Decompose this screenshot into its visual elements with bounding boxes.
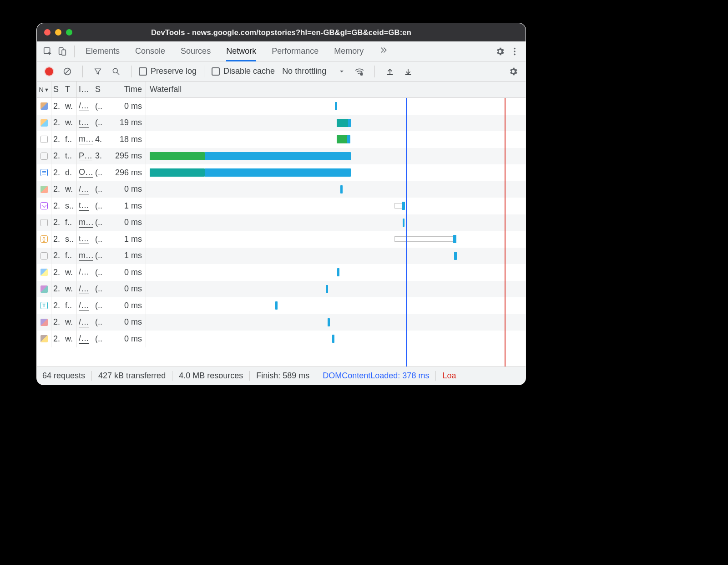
cell [37,148,51,165]
network-settings-icon[interactable] [506,64,521,79]
checkbox-label: Preserve log [151,66,197,76]
table-row[interactable]: 2.f..m…4.18 ms [37,131,526,148]
network-request-grid[interactable]: 2.w./…(..0 ms2.w.t…(..19 ms2.f..m…4.18 m… [37,98,526,366]
table-row[interactable]: 2.t..P…3.295 ms [37,148,526,165]
svg-rect-2 [62,50,66,55]
cell: (.. [93,181,104,198]
cell: 0 ms [104,297,146,314]
maximize-window-button[interactable] [66,29,72,36]
col-name[interactable]: N▼ [37,81,51,97]
cell: /… [77,264,93,281]
file-type-icon [40,202,48,209]
search-icon[interactable] [108,64,124,79]
tab-elements[interactable]: Elements [86,41,120,61]
window-title: DevTools - news.google.com/topstories?hl… [37,28,526,37]
cell: w. [63,264,77,281]
cell: 0 ms [104,314,146,331]
file-type-icon [40,119,48,127]
cell: (.. [93,214,104,231]
cell: (.. [93,314,104,331]
col-size[interactable]: S [93,81,104,97]
timing-bar [340,185,343,193]
table-row[interactable]: 2.w./…(..0 ms [37,281,526,298]
divider [82,66,83,77]
col-type[interactable]: T [63,81,77,97]
panel-tabbar: Elements Console Sources Network Perform… [37,41,526,61]
waterfall-cell [146,231,526,248]
waterfall-cell [146,115,526,132]
tab-sources[interactable]: Sources [181,41,211,61]
preserve-log-checkbox[interactable]: Preserve log [139,66,197,76]
throttling-dropdown[interactable]: No throttling [278,65,349,78]
cell: (.. [93,281,104,298]
cell: 2. [51,281,63,298]
table-row[interactable]: 2.d.O…(..296 ms [37,164,526,181]
col-waterfall[interactable]: Waterfall [146,81,526,97]
timing-bar [454,252,457,260]
table-row[interactable]: 2.s..t…(..1 ms [37,231,526,248]
cell: f.. [63,214,77,231]
col-initiator[interactable]: I… [77,81,93,97]
cell [37,231,51,248]
timing-bar [335,102,337,110]
waterfall-cell [146,248,526,265]
inspect-element-icon[interactable] [40,44,55,59]
cell: (.. [93,164,104,181]
table-row[interactable]: 2.f../…(..0 ms [37,297,526,314]
table-row[interactable]: 2.w.t…(..19 ms [37,115,526,132]
disable-cache-checkbox[interactable]: Disable cache [212,66,275,76]
col-label: Waterfall [150,85,182,94]
divider [131,66,131,77]
close-window-button[interactable] [44,29,51,36]
col-status[interactable]: S [51,81,63,97]
cell: 1 ms [104,198,146,214]
timing-bar [402,202,405,210]
titlebar: DevTools - news.google.com/topstories?hl… [37,23,526,41]
divider [374,66,375,77]
minimize-window-button[interactable] [55,29,61,36]
table-row[interactable]: 2.w./…(..0 ms [37,264,526,281]
timing-bar [347,135,350,143]
table-row[interactable]: 2.s..t…(..1 ms [37,198,526,214]
table-row[interactable]: 2.w./…(..0 ms [37,331,526,347]
cell: 2. [51,148,63,165]
timing-bar [337,119,349,127]
kebab-menu-icon[interactable] [507,44,522,59]
table-row[interactable]: 2.w./…(..0 ms [37,314,526,331]
file-type-icon [40,186,48,193]
cell: 2. [51,331,63,347]
cell: 2. [51,214,63,231]
table-row[interactable]: 2.w./…(..0 ms [37,181,526,198]
table-row[interactable]: 2.w./…(..0 ms [37,98,526,115]
upload-har-icon[interactable] [382,64,398,79]
tab-memory[interactable]: Memory [334,41,364,61]
download-har-icon[interactable] [400,64,416,79]
cell: /… [77,331,93,347]
timing-bar [328,318,330,326]
table-row[interactable]: 2.f..m…(..1 ms [37,248,526,265]
cell: 2. [51,131,63,148]
file-type-icon [40,169,48,176]
filter-icon[interactable] [90,64,106,79]
tab-network[interactable]: Network [226,41,256,61]
cell: (.. [93,297,104,314]
clear-button[interactable] [60,64,75,79]
devtools-window: DevTools - news.google.com/topstories?hl… [36,23,526,385]
col-time[interactable]: Time [104,81,146,97]
cell: w. [63,281,77,298]
status-transferred: 427 kB transferred [92,371,172,381]
tab-performance[interactable]: Performance [272,41,318,61]
cell: 0 ms [104,98,146,115]
table-row[interactable]: 2.f..m…(..0 ms [37,214,526,231]
cell: 0 ms [104,331,146,347]
device-toggle-icon[interactable] [55,44,70,59]
waterfall-cell [146,264,526,281]
record-button[interactable] [41,64,57,79]
tab-console[interactable]: Console [135,41,165,61]
more-tabs-icon[interactable] [379,46,388,57]
timing-bar [150,152,205,160]
settings-icon[interactable] [493,44,507,59]
cell: O… [77,164,93,181]
cell: /… [77,281,93,298]
network-conditions-icon[interactable] [352,64,367,79]
